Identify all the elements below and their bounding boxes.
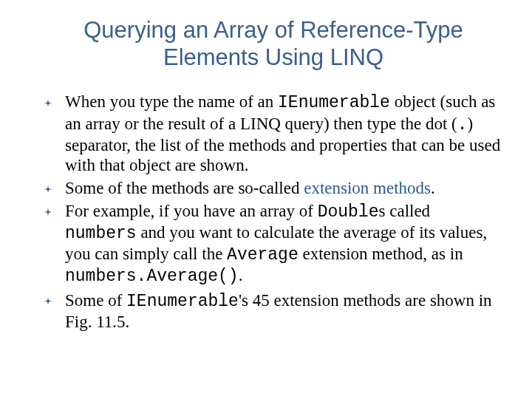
text: For example, if you have an array of xyxy=(65,202,318,220)
slide-title: Querying an Array of Reference-Type Elem… xyxy=(66,16,480,71)
code-dot: . xyxy=(457,115,468,134)
code-numbers: numbers xyxy=(65,224,137,243)
slide: Querying an Array of Reference-Type Elem… xyxy=(0,0,532,399)
bullet-item: When you type the name of an IEnumerable… xyxy=(44,92,502,175)
code-numbers-average: numbers.Average() xyxy=(65,267,239,286)
bullet-item: Some of the methods are so-called extens… xyxy=(44,178,502,198)
bullet-item: Some of IEnumerable's 45 extension metho… xyxy=(44,290,502,332)
code-ienumerable: IEnumerable xyxy=(278,93,390,112)
bullet-item: For example, if you have an array of Dou… xyxy=(44,201,502,287)
text: Some of xyxy=(65,291,126,310)
text: . xyxy=(239,266,243,284)
code-double: Double xyxy=(318,202,379,222)
code-average: Average xyxy=(227,245,299,265)
bullet-list: When you type the name of an IEnumerable… xyxy=(44,92,502,331)
text: s called xyxy=(379,202,431,220)
term-extension-methods: extension methods xyxy=(304,179,431,197)
text: . xyxy=(431,179,435,197)
text: Some of the methods are so-called xyxy=(65,179,304,197)
text: extension method, as in xyxy=(299,245,463,263)
code-ienumerable: IEnumerable xyxy=(126,292,239,311)
title-line-2: Elements Using LINQ xyxy=(163,44,383,70)
title-line-1: Querying an Array of Reference-Type xyxy=(83,17,463,43)
text: When you type the name of an xyxy=(65,92,278,111)
